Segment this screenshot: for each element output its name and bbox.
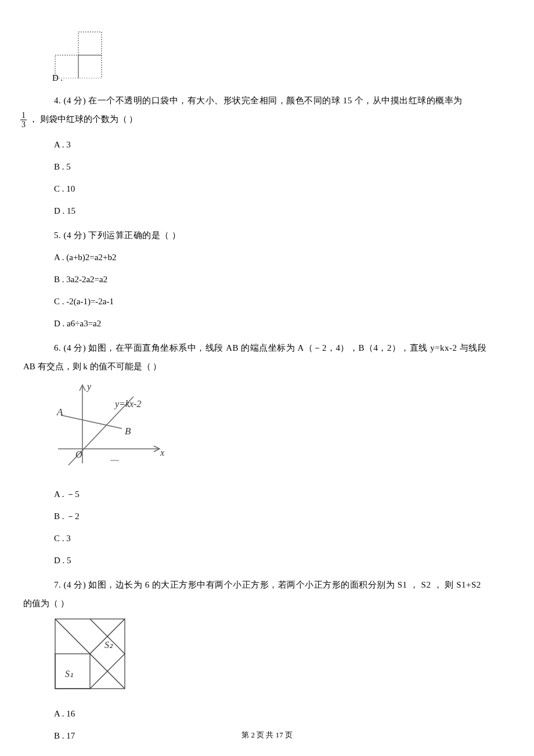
q3-optD-label: D . [52,71,517,85]
squares-figure-icon: S₁ S₂ [52,616,131,694]
point-B-label: B [125,426,131,437]
q4-optC: C . 10 [54,182,517,196]
question-5: 5. (4 分) 下列运算正确的是（ ） A . (a+b)2=a2+b2 B … [17,228,517,330]
line-eq-label: y=kx-2 [114,399,141,409]
svg-rect-0 [78,32,102,55]
q4-optD: D . 15 [54,204,517,218]
fraction-one-third: 1 3 [20,111,27,129]
q5-optD: D . a6÷a3=a2 [54,316,517,330]
point-A-label: A [56,406,63,417]
q4-stem-line2: 1 3 ， 则袋中红球的个数为（ ） [17,111,517,129]
q4-stem-rest: ， 则袋中红球的个数为（ ） [29,114,138,124]
svg-rect-2 [78,55,102,78]
q7-stem-line2: 的值为（ ） [23,596,517,610]
axis-y-label: y [86,381,92,392]
fraction-denominator: 3 [20,120,27,129]
q5-optA: A . (a+b)2=a2+b2 [54,250,517,264]
s2-label: S₂ [104,640,113,650]
q5-stem: 5. (4 分) 下列运算正确的是（ ） [38,228,517,242]
q7-stem-line1: 7. (4 分) 如图，边长为 6 的大正方形中有两个小正方形，若两个小正方形的… [38,578,517,592]
question-4: 4. (4 分) 在一个不透明的口袋中，有大小、形状完全相同，颜色不同的球 15… [17,93,517,218]
coordinate-plane-icon: y x O A B y=kx-2 [52,379,168,475]
q5-optB: B . 3a2-2a2=a2 [54,272,517,286]
q6-stem-line1: 6. (4 分) 如图，在平面直角坐标系中，线段 AB 的端点坐标为 A（－2，… [38,341,517,355]
question-6: 6. (4 分) 如图，在平面直角坐标系中，线段 AB 的端点坐标为 A（－2，… [17,341,517,567]
page-footer: 第 2 页 共 17 页 [0,729,534,741]
q7-figure: S₁ S₂ [52,616,517,699]
q4-optA: A . 3 [54,138,517,152]
q6-figure: y x O A B y=kx-2 [52,379,517,479]
q6-optD: D . 5 [54,553,517,567]
q4-optB: B . 5 [54,160,517,174]
q7-optA: A . 16 [54,707,517,721]
q6-optB: B . －2 [54,509,517,523]
q6-optA: A . －5 [54,487,517,501]
svg-line-6 [61,415,122,429]
origin-label: O [75,449,82,459]
q4-stem-line1: 4. (4 分) 在一个不透明的口袋中，有大小、形状完全相同，颜色不同的球 15… [38,93,517,107]
question-7: 7. (4 分) 如图，边长为 6 的大正方形中有两个小正方形，若两个小正方形的… [17,578,517,743]
fraction-numerator: 1 [20,111,27,120]
s1-label: S₁ [65,669,73,679]
q6-optC: C . 3 [54,531,517,545]
q5-optC: C . -2(a-1)=-2a-1 [54,294,517,308]
q6-stem-line2: AB 有交点，则 k 的值不可能是（ ） [23,359,517,373]
axis-x-label: x [160,448,164,458]
